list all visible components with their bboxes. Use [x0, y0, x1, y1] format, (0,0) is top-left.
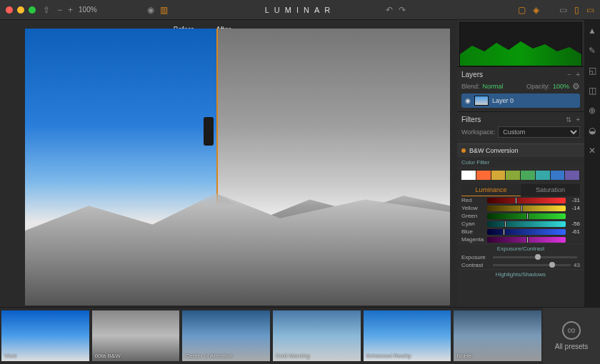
color-filter-label: Color Filter	[457, 157, 584, 168]
channel-green[interactable]: Green	[457, 212, 584, 220]
layers-heading: Layers	[461, 71, 483, 79]
denoise-icon[interactable]: ✕	[589, 146, 596, 156]
layer-remove-icon[interactable]: −	[567, 71, 571, 79]
preset-vivid[interactable]: Vivid	[1, 310, 89, 361]
image-icon[interactable]: ▢	[518, 5, 526, 15]
brush-icon[interactable]: ✎	[589, 46, 596, 56]
preset-60ta-b&w[interactable]: 60ta B&W	[92, 310, 180, 361]
bw-conversion-head[interactable]: B&W Conversion	[457, 143, 584, 157]
tab-saturation[interactable]: Saturation	[521, 184, 580, 196]
exposure-contrast-head[interactable]: Exposure/Contrast	[457, 243, 584, 253]
preset-center-of-attention[interactable]: Center of Attention	[182, 310, 270, 361]
photo-preview[interactable]	[25, 29, 450, 305]
undo-icon[interactable]: ↶	[386, 5, 393, 15]
screen3-icon[interactable]: ▭	[586, 5, 594, 15]
channel-magenta[interactable]: Magenta	[457, 236, 584, 243]
preset-noble[interactable]: Noble	[454, 310, 541, 361]
layer-thumb	[474, 96, 489, 106]
workspace-label: Workspace:	[461, 128, 495, 136]
clone-icon[interactable]: ⊕	[589, 106, 596, 116]
color-swatches	[461, 171, 580, 180]
main-area: Before After Layers − + Blend: Normal	[0, 20, 600, 307]
filters-sort-icon[interactable]: ⇅	[566, 116, 571, 123]
layer-add-icon[interactable]: +	[576, 71, 580, 79]
preset-enhanced-reality[interactable]: Enhanced Reality	[364, 310, 451, 361]
preset-strip: Vivid60ta B&WCenter of AttentionCold Mor…	[0, 307, 600, 364]
layer-visibility-icon[interactable]: ◉	[465, 97, 471, 104]
blend-value[interactable]: Normal	[483, 83, 504, 90]
swatch-6[interactable]	[551, 171, 566, 180]
redo-icon[interactable]: ↷	[399, 5, 406, 15]
histogram-wave	[460, 37, 581, 66]
filters-section: Filters ⇅ + Workspace: Custom	[457, 111, 584, 143]
highlights-shadows-head[interactable]: Highlights/Shadows	[457, 269, 584, 279]
channel-red[interactable]: Red-31	[457, 196, 584, 204]
screen2-icon[interactable]: ▯	[574, 5, 579, 15]
swatch-0[interactable]	[461, 171, 476, 180]
exposure-slider[interactable]: Exposure	[457, 253, 584, 261]
bw-conversion-label: B&W Conversion	[469, 147, 519, 154]
contrast-slider[interactable]: Contrast 43	[457, 261, 584, 269]
swatch-7[interactable]	[565, 171, 580, 180]
layers-section: Layers − + Blend: Normal Opacity: 100% ⚙…	[457, 66, 584, 111]
after-side	[216, 29, 450, 305]
histogram[interactable]	[459, 22, 582, 66]
canvas: Before After	[0, 20, 457, 307]
side-toolbar: ▲ ✎ ◱ ◫ ⊕ ◒ ✕	[584, 20, 600, 307]
filter-active-dot	[461, 148, 466, 153]
channel-sliders: Red-31Yellow-14GreenCyan-56Blue-61Magent…	[457, 196, 584, 243]
zoom-out-icon[interactable]: −	[57, 5, 62, 15]
layer-gear-icon[interactable]: ⚙	[572, 81, 580, 91]
blend-label: Blend:	[461, 83, 480, 90]
zoom-in-icon[interactable]: +	[68, 5, 73, 15]
transform-icon[interactable]: ◫	[589, 86, 596, 96]
maximize-dot[interactable]	[29, 6, 36, 14]
layer-name: Layer 0	[492, 97, 514, 104]
channel-yellow[interactable]: Yellow-14	[457, 204, 584, 212]
filters-heading: Filters	[461, 116, 481, 123]
swatch-1[interactable]	[476, 171, 491, 180]
opacity-label: Opacity:	[526, 83, 550, 90]
toolbar: ⇪ − + 100% ◉ ▥ LUMINAR ↶ ↷ ▢ ◈ ▭ ▯ ▭	[0, 0, 600, 20]
all-presets-button[interactable]: ∞All presets	[543, 308, 600, 364]
eye-icon[interactable]: ◉	[147, 5, 154, 15]
app-title: LUMINAR	[265, 6, 336, 14]
window-controls	[6, 6, 36, 14]
layers-icon[interactable]: ◈	[533, 5, 539, 15]
zoom-level: 100%	[79, 6, 97, 14]
close-dot[interactable]	[6, 6, 13, 14]
opacity-value[interactable]: 100%	[553, 83, 569, 90]
right-panel: Layers − + Blend: Normal Opacity: 100% ⚙…	[457, 20, 584, 307]
preset-cold-morning[interactable]: Cold Morning	[273, 310, 361, 361]
minimize-dot[interactable]	[17, 6, 24, 14]
screen1-icon[interactable]: ▭	[559, 5, 567, 15]
workspace-select[interactable]: Custom	[498, 126, 580, 138]
infinity-icon: ∞	[562, 321, 581, 340]
channel-tabs: Luminance Saturation	[461, 184, 580, 196]
filters-add-icon[interactable]: +	[576, 116, 580, 123]
flame-icon[interactable]: ▲	[588, 26, 596, 36]
swatch-4[interactable]	[521, 171, 536, 180]
swatch-2[interactable]	[491, 171, 506, 180]
erase-icon[interactable]: ◒	[589, 126, 596, 136]
channel-blue[interactable]: Blue-61	[457, 228, 584, 236]
subject-silhouette	[204, 117, 214, 146]
share-icon[interactable]: ⇪	[43, 5, 50, 15]
tab-luminance[interactable]: Luminance	[461, 184, 521, 196]
channel-cyan[interactable]: Cyan-56	[457, 220, 584, 228]
compare-icon[interactable]: ▥	[160, 5, 168, 15]
swatch-3[interactable]	[506, 171, 521, 180]
compare-divider[interactable]	[216, 29, 218, 305]
swatch-5[interactable]	[536, 171, 551, 180]
layer-0[interactable]: ◉ Layer 0	[461, 93, 580, 108]
crop-icon[interactable]: ◱	[589, 66, 596, 76]
